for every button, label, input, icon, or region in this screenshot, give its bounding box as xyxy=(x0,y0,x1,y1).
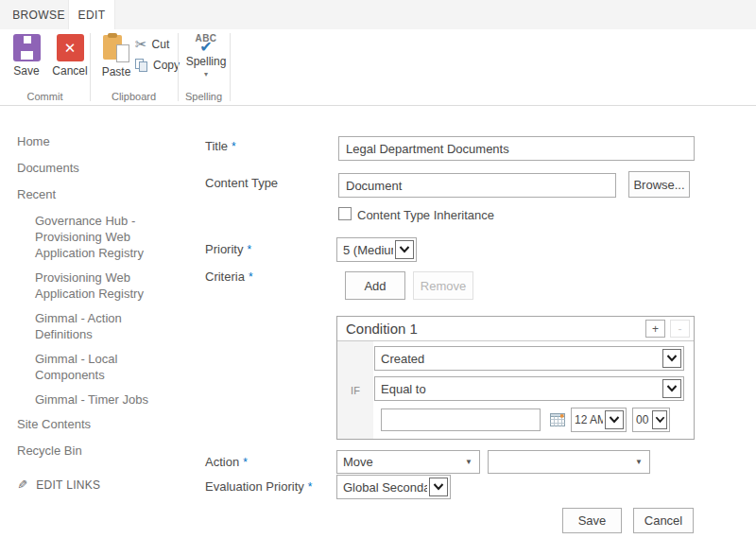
chevron-down-icon xyxy=(662,349,681,368)
chevron-down-icon: ▾ xyxy=(204,71,208,78)
ribbon-paste-button[interactable]: Paste xyxy=(96,34,136,78)
if-label: IF xyxy=(337,341,373,439)
condition-add-button[interactable]: + xyxy=(645,320,665,338)
ribbon-tab-strip: BROWSE EDIT xyxy=(0,0,756,29)
edit-links-button[interactable]: ✎ EDIT LINKS xyxy=(17,478,176,492)
sidebar-item-gimmal-local-components[interactable]: Gimmal - Local Components xyxy=(35,351,162,383)
browse-button[interactable]: Browse... xyxy=(628,171,690,198)
ribbon-copy-button[interactable]: Copy xyxy=(135,59,180,72)
sidebar-item-documents[interactable]: Documents xyxy=(17,160,176,176)
sidebar-item-recent[interactable]: Recent xyxy=(17,186,176,202)
condition-body: IF Created Equal to xyxy=(337,341,694,439)
condition-operator-select[interactable]: Equal to xyxy=(374,376,684,401)
edit-links-label: EDIT LINKS xyxy=(36,478,100,492)
ribbon-spelling-button[interactable]: ABC ✔ Spelling ▾ xyxy=(183,33,229,78)
title-field-label: Title* xyxy=(205,139,236,153)
sidebar-item-governance-hub-provisioning-web-application-registry[interactable]: Governance Hub - Provisioning Web Applic… xyxy=(35,213,162,261)
condition-title: Condition 1 xyxy=(346,321,641,337)
condition-panel: Condition 1 + - IF Created Equal to xyxy=(336,316,695,440)
chevron-down-icon xyxy=(605,410,624,429)
evaluation-priority-field-label: Evaluation Priority* xyxy=(205,479,312,494)
save-label: Save xyxy=(13,64,39,78)
spelling-label: Spelling xyxy=(186,55,227,68)
condition-date-input[interactable] xyxy=(381,408,541,431)
ribbon-cut-button[interactable]: ✂ Cut xyxy=(135,37,169,51)
spelling-group-label: Spelling xyxy=(178,91,230,102)
required-asterisk: * xyxy=(249,270,253,284)
form-cancel-button[interactable]: Cancel xyxy=(633,508,694,533)
calendar-icon[interactable] xyxy=(550,412,566,427)
sidebar-item-gimmal-action-definitions[interactable]: Gimmal - Action Definitions xyxy=(35,310,162,342)
save-icon xyxy=(13,34,41,61)
cancel-icon: ✕ xyxy=(57,34,84,61)
commit-group-label: Commit xyxy=(0,91,90,102)
paste-icon xyxy=(102,34,130,62)
required-asterisk: * xyxy=(247,243,251,256)
criteria-remove-button[interactable]: Remove xyxy=(413,271,473,300)
criteria-field-label: Criteria* xyxy=(205,269,253,284)
content-type-field-label: Content Type xyxy=(205,176,278,190)
sidebar-item-site-contents[interactable]: Site Contents xyxy=(17,416,176,432)
priority-field-label: Priority* xyxy=(205,242,251,256)
evaluation-priority-select[interactable]: Global Secondary xyxy=(336,475,451,499)
cancel-label: Cancel xyxy=(52,64,87,78)
sidebar-item-recycle-bin[interactable]: Recycle Bin xyxy=(17,443,176,459)
dropdown-arrow-icon: ▼ xyxy=(635,458,643,466)
required-asterisk: * xyxy=(232,140,236,153)
paste-label: Paste xyxy=(102,65,131,78)
form-save-button[interactable]: Save xyxy=(562,508,622,533)
copy-label: Copy xyxy=(153,59,180,72)
cut-label: Cut xyxy=(152,38,170,51)
action-target-select[interactable]: ▼ xyxy=(488,450,650,474)
condition-minute-select[interactable]: 00 xyxy=(632,408,670,432)
pencil-icon: ✎ xyxy=(17,478,27,492)
condition-field-select[interactable]: Created xyxy=(374,346,684,371)
copy-icon xyxy=(135,59,148,72)
condition-hour-select[interactable]: 12 AM xyxy=(571,408,627,432)
chevron-down-icon xyxy=(662,379,681,398)
tab-browse[interactable]: BROWSE xyxy=(13,0,64,29)
spelling-check-icon: ABC ✔ xyxy=(195,33,216,52)
priority-select[interactable]: 5 (Medium) xyxy=(336,237,417,262)
criteria-add-button[interactable]: Add xyxy=(345,271,405,300)
ribbon-cancel-button[interactable]: ✕ Cancel xyxy=(49,34,91,78)
sidebar-item-gimmal-timer-jobs[interactable]: Gimmal - Timer Jobs xyxy=(35,391,162,408)
scissors-icon: ✂ xyxy=(135,37,147,51)
action-field-label: Action* xyxy=(205,455,248,469)
ribbon-save-button[interactable]: Save xyxy=(8,34,45,78)
content-type-inheritance-checkbox[interactable] xyxy=(338,207,352,220)
required-asterisk: * xyxy=(308,480,313,494)
content-type-inheritance-label: Content Type Inheritance xyxy=(357,208,494,222)
required-asterisk: * xyxy=(243,456,248,469)
title-input[interactable] xyxy=(338,136,695,161)
chevron-down-icon xyxy=(429,478,448,496)
sidebar-item-provisioning-web-application-registry[interactable]: Provisioning Web Application Registry xyxy=(35,269,162,302)
tab-edit[interactable]: EDIT xyxy=(68,0,115,29)
chevron-down-icon xyxy=(652,410,667,429)
condition-header: Condition 1 + - xyxy=(337,317,694,341)
group-divider xyxy=(230,33,231,101)
sidebar-item-home[interactable]: Home xyxy=(17,133,176,149)
sharepoint-edit-rule-page: BROWSE EDIT Save ✕ Cancel Commit Paste ✂… xyxy=(0,0,756,556)
condition-remove-button[interactable]: - xyxy=(670,320,690,338)
quick-launch-nav: Home Documents Recent Governance Hub - P… xyxy=(17,133,176,492)
chevron-down-icon xyxy=(395,240,414,259)
content-type-input[interactable] xyxy=(338,173,616,198)
action-select[interactable]: Move ▼ xyxy=(336,450,480,474)
dropdown-arrow-icon: ▼ xyxy=(465,458,472,466)
clipboard-group-label: Clipboard xyxy=(90,91,178,102)
ribbon: Save ✕ Cancel Commit Paste ✂ Cut Copy Cl… xyxy=(0,29,756,106)
